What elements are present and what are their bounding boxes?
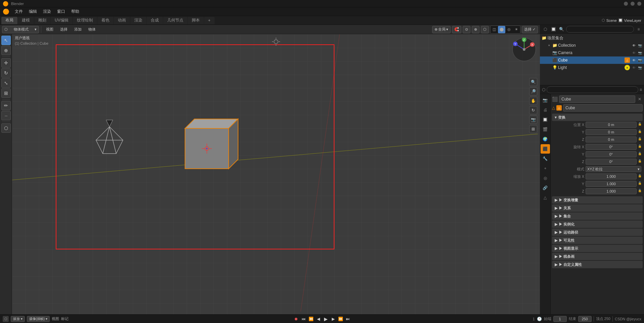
viewport-menu-object[interactable]: 物体 [86, 26, 98, 33]
transform-header[interactable]: ▾ 变换 [552, 114, 643, 121]
location-x-input[interactable] [586, 122, 637, 128]
tab-sculpt[interactable]: 雕刻 [34, 17, 50, 24]
menu-render[interactable]: 渲染 [40, 8, 54, 15]
prop-tab-output[interactable]: 🖨 [541, 105, 550, 115]
mesh-name-input[interactable] [563, 104, 643, 112]
cube-visibility-render[interactable]: 📷 [637, 57, 643, 63]
tool-cursor[interactable]: ⊕ [1, 46, 11, 55]
view-menu[interactable]: 视图 [52, 316, 59, 321]
line-art-section[interactable]: ▶ ▶ 线条画 [552, 253, 643, 260]
rotation-mode-dropdown[interactable]: XYZ 欧拉 ▾ [586, 166, 641, 172]
frame-end-input[interactable] [578, 316, 592, 322]
outliner-scene-collection[interactable]: 📁 场景集合 [540, 34, 644, 42]
viewport-menu-select[interactable]: 选择 [57, 26, 70, 33]
rotation-x-lock[interactable]: 🔓 [637, 144, 642, 149]
tool-scale[interactable]: ⤡ [1, 78, 11, 88]
shading-wireframe[interactable]: ◫ [491, 26, 498, 33]
camera-visibility-eye[interactable]: 👁 [631, 50, 637, 55]
camera-view-btn[interactable]: 📷 [529, 116, 537, 124]
viewport-canvas[interactable]: 用户透视 (1) Collection | Cube X [12, 34, 540, 314]
prop-tab-object[interactable]: ⬛ [541, 144, 550, 154]
menu-file[interactable]: 文件 [12, 8, 26, 15]
tab-shading[interactable]: 着色 [97, 17, 113, 24]
minimize-btn[interactable] [624, 2, 628, 6]
outliner-filter-btn[interactable]: 🔲 [550, 26, 557, 33]
rotation-z-lock[interactable]: 🔓 [637, 159, 642, 163]
tool-move[interactable]: ✛ [1, 58, 11, 68]
relations-section[interactable]: ▶ ▶ 关系 [552, 204, 643, 212]
menu-help[interactable]: 帮助 [68, 8, 82, 15]
playback-mode[interactable]: 拔放 ▾ [11, 316, 25, 322]
scale-x-lock[interactable]: 🔓 [637, 173, 642, 178]
tool-annotate[interactable]: ✏ [1, 101, 11, 110]
obj-close-btn[interactable]: ✕ [637, 96, 643, 102]
cube-visibility-eye[interactable]: 👁 [631, 57, 637, 63]
mode-selector[interactable]: ⬡ 物体模式 ▾ [2, 26, 39, 33]
tab-layout[interactable]: 布局 [1, 17, 17, 24]
jump-end-btn[interactable]: ⏭ [344, 316, 351, 322]
outliner-search-input[interactable] [566, 26, 634, 33]
camera-visibility-render[interactable]: 📷 [637, 50, 643, 55]
prop-tab-world[interactable]: 🌍 [541, 134, 550, 144]
rotation-x-input[interactable] [586, 144, 637, 150]
delta-transform-section[interactable]: ▶ ▶ 变换增量 [552, 196, 643, 204]
location-z-input[interactable] [586, 136, 637, 143]
close-btn[interactable] [637, 2, 641, 6]
tab-rendering[interactable]: 渲染 [130, 17, 146, 24]
prop-tab-modifier[interactable]: 🔧 [541, 154, 550, 163]
outliner-filter-options[interactable]: ≡ [635, 26, 642, 33]
tab-geometry-nodes[interactable]: 几何节点 [163, 17, 187, 24]
tab-add[interactable]: + [204, 17, 215, 24]
visibility-section[interactable]: ▶ ▶ 可见性 [552, 237, 643, 244]
light-visibility-render[interactable]: 📷 [637, 65, 643, 70]
scale-z-input[interactable] [586, 188, 637, 194]
viewport-global-local[interactable]: ⊕ 全局 ▾ [432, 26, 451, 33]
rotation-y-lock[interactable]: 🔓 [637, 151, 642, 156]
shading-rendered[interactable]: ☀ [513, 26, 520, 33]
shading-solid[interactable]: ⬤ [498, 26, 505, 33]
frame-start-input[interactable] [553, 316, 567, 322]
prop-tab-viewlayer[interactable]: 🔲 [541, 115, 550, 124]
record-btn[interactable]: ⏺ [293, 316, 300, 322]
proportional-edit-btn[interactable]: ⊙ [463, 26, 470, 33]
scale-x-input[interactable] [586, 173, 637, 179]
outliner-cube[interactable]: ⬛ Cube △ 👁 📷 [540, 56, 644, 64]
tool-transform[interactable]: ⊞ [1, 88, 11, 98]
location-z-lock[interactable]: 🔓 [637, 136, 642, 141]
location-y-lock[interactable]: 🔓 [637, 129, 642, 134]
scale-y-lock[interactable]: 🔓 [637, 181, 642, 186]
scale-z-lock[interactable]: 🔓 [637, 188, 642, 193]
rotation-z-input[interactable] [586, 159, 637, 165]
marker-menu[interactable]: 标记 [61, 316, 68, 321]
tab-scripting[interactable]: 脚本 [188, 17, 204, 24]
pan-btn[interactable]: ✋ [529, 97, 537, 105]
viewport-display-section[interactable]: ▶ ▶ 视图显示 [552, 245, 643, 252]
outliner-camera[interactable]: 📷 Camera 👁 📷 [540, 49, 644, 56]
object-name-input[interactable] [559, 95, 635, 103]
tool-add[interactable]: ⬡ [1, 123, 11, 133]
cube-object[interactable] [182, 108, 239, 172]
tool-select[interactable]: ↖ [1, 36, 11, 45]
prop-tab-particles[interactable]: ⚬ [541, 164, 550, 173]
location-x-lock[interactable]: 🔓 [637, 122, 642, 126]
collection-visibility-render[interactable]: 📷 [637, 43, 643, 48]
tab-uv[interactable]: UV编辑 [51, 17, 73, 24]
play-btn[interactable]: ▶ [322, 316, 329, 322]
viewport-menu-add[interactable]: 添加 [72, 26, 84, 33]
next-key-btn[interactable]: ▶ [330, 316, 336, 322]
properties-search[interactable] [547, 86, 638, 93]
next-frame-btn[interactable]: ⏩ [337, 316, 344, 322]
collection-expand-arrow[interactable]: ▾ [547, 43, 551, 48]
tab-animation[interactable]: 动画 [114, 17, 130, 24]
scene-name[interactable]: Scene [606, 18, 617, 23]
tool-rotate[interactable]: ↻ [1, 68, 11, 78]
prop-tab-constraints[interactable]: 🔗 [541, 183, 550, 193]
outliner-collection[interactable]: ▾ 📁 Collection 👁 📷 [540, 42, 644, 49]
viewlayer-name[interactable]: ViewLayer [624, 18, 641, 23]
tab-texture-paint[interactable]: 纹理绘制 [73, 17, 97, 24]
props-filter-icon[interactable]: ≡ [640, 87, 642, 92]
light-visibility-eye[interactable]: 👁 [631, 65, 637, 70]
menu-window[interactable]: 窗口 [54, 8, 68, 15]
overlay-btn[interactable]: ⬡ [481, 26, 489, 33]
prop-tab-data[interactable]: △ [541, 193, 550, 202]
